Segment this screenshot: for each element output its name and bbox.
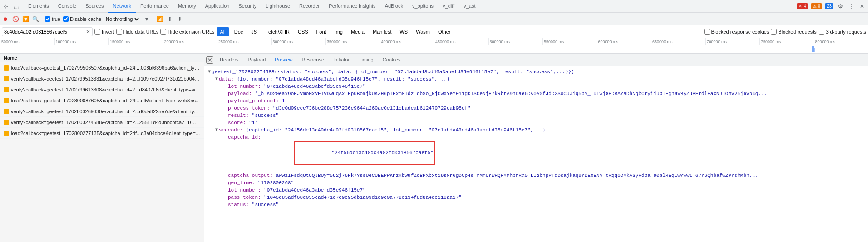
invert-label[interactable]: Invert bbox=[94, 29, 114, 35]
divider2 bbox=[153, 15, 153, 23]
filter-css-btn[interactable]: CSS bbox=[295, 27, 311, 36]
tab-memory[interactable]: Memory bbox=[173, 0, 201, 13]
preserve-log-checkbox[interactable] bbox=[45, 16, 50, 22]
download-icon[interactable]: ⬇ bbox=[176, 15, 183, 23]
tab-lighthouse[interactable]: Lighthouse bbox=[261, 0, 295, 13]
blocked-response-checkbox[interactable] bbox=[704, 29, 710, 35]
third-party-checkbox[interactable] bbox=[819, 29, 824, 35]
filter-img-btn[interactable]: Img bbox=[331, 27, 346, 36]
filter-other-btn[interactable]: Other bbox=[435, 27, 454, 36]
filter-fetch-xhr-btn[interactable]: Fetch/XHR bbox=[262, 27, 293, 36]
tab-security[interactable]: Security bbox=[234, 0, 261, 13]
hide-data-urls-label[interactable]: Hide data URLs bbox=[116, 29, 159, 35]
export-icon[interactable]: ⬆ bbox=[166, 15, 173, 23]
tab-network[interactable]: Network bbox=[108, 0, 136, 13]
preserve-log-label[interactable]: true bbox=[45, 16, 60, 22]
tab-recorder[interactable]: Recorder bbox=[295, 0, 324, 13]
tab-performance-insights[interactable]: Performance insights bbox=[324, 0, 380, 13]
device-icon[interactable]: ⬚ bbox=[12, 2, 20, 10]
hide-extension-urls-label[interactable]: Hide extension URLs bbox=[160, 29, 214, 35]
tick-250000: 250000 ms bbox=[217, 38, 271, 45]
filter-btn[interactable]: 🔽 bbox=[22, 15, 29, 23]
list-item[interactable]: load?callback=geetest_1702800087605&capt… bbox=[0, 95, 204, 106]
settings-icon[interactable]: ⚙ bbox=[836, 2, 844, 10]
more-icon[interactable]: ⋮ bbox=[847, 2, 855, 10]
invert-checkbox[interactable] bbox=[94, 29, 100, 35]
tab-initiator[interactable]: Initiator bbox=[329, 54, 354, 66]
tab-performance[interactable]: Performance bbox=[136, 0, 173, 13]
blocked-requests-checkbox[interactable] bbox=[771, 29, 777, 35]
json-captcha-output: captcha_output: aWWzIFsdqUt9QJBUy=592j76… bbox=[208, 172, 864, 179]
blocked-requests-label[interactable]: Blocked requests bbox=[771, 29, 816, 35]
filter-wasm-btn[interactable]: Wasm bbox=[413, 27, 433, 36]
tab-console[interactable]: Console bbox=[54, 0, 81, 13]
tick-400000: 400000 ms bbox=[380, 38, 434, 45]
inspect-icon[interactable]: ⊹ bbox=[2, 2, 10, 10]
nav-right: ✕ 4 ⚠ 8 23 ⚙ ⋮ ✕ bbox=[797, 2, 866, 10]
list-item[interactable]: verify?callback=geetest_1702800269330&ca… bbox=[0, 106, 204, 117]
detail-tab-bar: ✕ Headers Payload Preview Response Initi… bbox=[204, 54, 868, 66]
tick-500000: 500000 ms bbox=[488, 38, 543, 45]
filter-manifest-btn[interactable]: Manifest bbox=[370, 27, 395, 36]
data-expand[interactable]: ▼ bbox=[215, 76, 218, 83]
json-content[interactable]: ▼ geetest_1702800274588({status: "succes… bbox=[204, 66, 868, 242]
request-icon bbox=[4, 131, 9, 136]
tab-headers[interactable]: Headers bbox=[215, 54, 243, 66]
tick-750000: 750000 ms bbox=[760, 38, 814, 45]
hide-ext-urls-checkbox[interactable] bbox=[160, 29, 166, 35]
nav-icons: ⊹ ⬚ bbox=[2, 2, 24, 10]
tab-sources[interactable]: Sources bbox=[81, 0, 108, 13]
list-items: load?callback=geetest_1702799506507&capt… bbox=[0, 62, 204, 242]
tab-payload[interactable]: Payload bbox=[243, 54, 271, 66]
top-nav: ⊹ ⬚ Elements Console Sources Network Per… bbox=[0, 0, 868, 13]
list-item[interactable]: load?callback=geetest_1702800277135&capt… bbox=[0, 128, 204, 139]
captcha-id-highlight: "24f56dc13c40dc4a02fd0318567caef5" bbox=[294, 141, 435, 165]
search-input[interactable] bbox=[4, 29, 86, 35]
tab-timing[interactable]: Timing bbox=[354, 54, 378, 66]
filter-bar: ✕ Invert Hide data URLs Hide extension U… bbox=[0, 25, 868, 38]
record-btn[interactable]: ⏺ bbox=[2, 15, 9, 23]
tab-cookies[interactable]: Cookies bbox=[378, 54, 405, 66]
search-btn[interactable]: 🔍 bbox=[32, 15, 39, 23]
hide-data-urls-checkbox[interactable] bbox=[116, 29, 122, 35]
import-icon[interactable]: 📶 bbox=[156, 15, 163, 23]
right-panel: ✕ Headers Payload Preview Response Initi… bbox=[204, 54, 868, 242]
blocked-response-label[interactable]: Blocked response cookies bbox=[704, 29, 769, 35]
json-pass-token: pass_token: "1046d85adf68c035cad471e7e9e… bbox=[208, 194, 864, 201]
tab-preview[interactable]: Preview bbox=[270, 54, 297, 66]
list-item[interactable]: verify?callback=geetest_1702799513331&ca… bbox=[0, 73, 204, 84]
tick-800000: 800000 ms bbox=[814, 38, 868, 45]
filter-media-btn[interactable]: Media bbox=[348, 27, 368, 36]
root-expand[interactable]: ▼ bbox=[208, 68, 211, 76]
list-item[interactable]: verify?callback=geetest_1702800274588&ca… bbox=[0, 117, 204, 128]
seccode-expand[interactable]: ▼ bbox=[215, 126, 218, 134]
search-clear-btn[interactable]: ✕ bbox=[86, 29, 90, 35]
throttle-expand-icon[interactable]: ▾ bbox=[143, 15, 150, 23]
filter-font-btn[interactable]: Font bbox=[313, 27, 330, 36]
clear-btn[interactable]: 🚫 bbox=[12, 15, 19, 23]
json-score: score: "1" bbox=[208, 119, 864, 126]
tab-adblock[interactable]: AdBlock bbox=[380, 0, 408, 13]
tab-vast[interactable]: v_ast bbox=[459, 0, 480, 13]
filter-js-btn[interactable]: JS bbox=[248, 27, 260, 36]
tab-response[interactable]: Response bbox=[297, 54, 329, 66]
throttle-select[interactable]: No throttling bbox=[104, 16, 140, 22]
tab-application[interactable]: Application bbox=[201, 0, 234, 13]
filter-doc-btn[interactable]: Doc bbox=[231, 27, 247, 36]
list-item[interactable]: verify?callback=geetest_1702799613308&ca… bbox=[0, 84, 204, 95]
tab-vdiff[interactable]: v_diff bbox=[438, 0, 459, 13]
filter-all-btn[interactable]: All bbox=[217, 27, 229, 36]
disable-cache-checkbox[interactable] bbox=[63, 16, 69, 22]
tab-elements[interactable]: Elements bbox=[24, 0, 54, 13]
json-process-token: process_token: "d3e0d09eee736be288e75723… bbox=[208, 105, 864, 112]
tick-50000: 50000 ms bbox=[0, 38, 54, 45]
tab-vopitons[interactable]: v_opitons bbox=[408, 0, 438, 13]
json-result: result: "success" bbox=[208, 112, 864, 119]
list-item[interactable]: load?callback=geetest_1702799506507&capt… bbox=[0, 62, 204, 73]
close-panel-btn[interactable]: ✕ bbox=[206, 56, 213, 64]
filter-ws-btn[interactable]: WS bbox=[396, 27, 411, 36]
tick-350000: 350000 ms bbox=[326, 38, 380, 45]
disable-cache-label[interactable]: Disable cache bbox=[63, 16, 101, 22]
close-devtools-icon[interactable]: ✕ bbox=[858, 2, 866, 10]
third-party-label[interactable]: 3rd-party requests bbox=[819, 29, 866, 35]
